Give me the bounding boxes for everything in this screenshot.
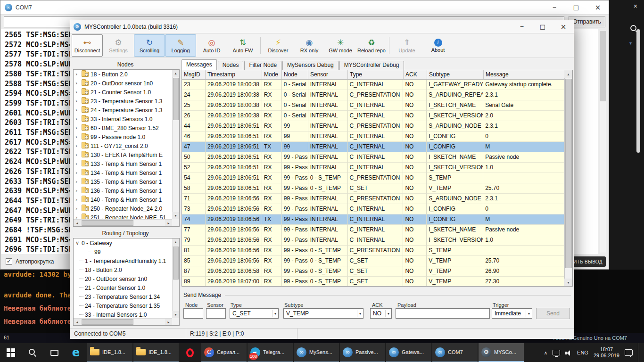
routing-horizontal-scrollbar[interactable] — [74, 318, 172, 325]
table-row[interactable]: 8129.06.2019 18:06:56RX99 - Passive0 - S… — [182, 246, 564, 256]
tray-expand-icon[interactable] — [544, 350, 547, 355]
scroll-down-icon[interactable] — [172, 212, 179, 219]
routing-tree-item[interactable]: 23 - Temperature Sensor 1.34 — [74, 292, 172, 301]
column-header-subtype[interactable]: Subtype — [427, 70, 484, 79]
routing-tree-item[interactable]: 99 — [74, 247, 172, 256]
tab-myscontroller-debug[interactable]: MYSController Debug — [339, 61, 404, 70]
table-row[interactable]: 4629.06.2019 18:06:51RX99INTERNALC_INTER… — [182, 132, 564, 142]
tab-nodes[interactable]: Nodes — [218, 61, 244, 70]
node-tree-item[interactable]: ›20 - OutDoor sensor 1n0 — [74, 79, 172, 88]
taskbar-app-button[interactable]: ∞Passive... — [340, 343, 385, 362]
column-header-message[interactable]: Message — [484, 70, 565, 79]
tab-messages[interactable]: Messages — [182, 59, 217, 70]
taskbar-opera-button[interactable] — [179, 343, 201, 362]
routing-tree-item[interactable]: 24 - Temperature Sensor 1.35 — [74, 301, 172, 310]
close-button[interactable] — [553, 20, 574, 33]
node-tree-item[interactable]: ›18 - Button 2.0 — [74, 70, 172, 79]
column-header-type[interactable]: Type — [348, 70, 404, 79]
scrollbar-thumb[interactable] — [636, 29, 640, 153]
routing-tree-item[interactable]: 20 - OutDoor sensor 1n0 — [74, 274, 172, 283]
node-tree-item[interactable]: ›24 - Temperature Sensor 1.3 — [74, 106, 172, 115]
scrollbar-thumb[interactable] — [173, 247, 179, 280]
tab-filter-node[interactable]: Filter Node — [244, 61, 281, 70]
taskbar-app-button[interactable]: ∞Gatewa... — [386, 343, 431, 362]
taskbar-app-button[interactable]: IDE_1.8... — [87, 343, 132, 362]
close-button[interactable] — [587, 0, 609, 15]
table-row[interactable]: 7329.06.2019 18:06:56RX99 - PassiveINTER… — [182, 204, 564, 214]
node-tree-item[interactable]: ›140 - Temp & Hum Sensor 1 — [74, 195, 172, 204]
routing-tree-item[interactable]: 1 - TemperatureAndHumidity 1.1 — [74, 256, 172, 265]
taskbar-app-button[interactable]: IDE_1.8... — [133, 343, 179, 362]
toolbar-button-logging[interactable]: ✎Logging — [165, 34, 196, 57]
taskbar-search-button[interactable] — [22, 343, 43, 362]
column-header-mode[interactable]: Mode — [262, 70, 282, 79]
taskbar-edge-button[interactable]: e — [65, 343, 87, 362]
table-row[interactable]: 5829.06.2019 18:06:51RX99 - Passive0 - S… — [182, 183, 564, 194]
action-center-icon[interactable] — [625, 349, 633, 356]
scrollbar-thumb[interactable] — [173, 78, 179, 120]
table-row[interactable]: 8729.06.2019 18:06:58RX99 - Passive0 - S… — [182, 266, 564, 277]
node-tree-item[interactable]: ›136 - Temp & Hum Sensor 1 — [74, 186, 172, 195]
scroll-left-icon[interactable] — [74, 319, 81, 326]
node-tree-item[interactable]: ›111 - GY712_const 2.0 — [74, 141, 172, 150]
minimize-button[interactable] — [544, 0, 565, 15]
scroll-right-icon[interactable] — [165, 220, 172, 227]
maximize-button[interactable] — [532, 20, 553, 33]
table-vertical-scrollbar[interactable] — [564, 70, 572, 286]
node-tree-item[interactable]: ›133 - Temp & Hum Sensor 1 — [74, 159, 172, 168]
trigger-select[interactable]: Immediate — [492, 308, 532, 319]
scroll-right-icon[interactable] — [165, 319, 172, 326]
serial-titlebar[interactable]: ∞ COM7 — [0, 0, 609, 15]
taskbar-app-button[interactable]: ССериал... — [201, 343, 247, 362]
scrollbar-thumb[interactable] — [565, 79, 572, 268]
scroll-up-icon[interactable] — [564, 70, 572, 78]
subtype-select[interactable]: V_TEMP — [283, 308, 363, 319]
toolbar-button-about[interactable]: iAbout — [422, 34, 454, 57]
table-row[interactable]: 2429.06.2019 18:00:38RX0 - Serial GINTER… — [182, 90, 564, 100]
table-row[interactable]: 7129.06.2019 18:06:56RX99 - PassiveINTER… — [182, 194, 564, 204]
toolbar-button-auto-id[interactable]: ◎Auto ID — [196, 34, 227, 57]
table-row[interactable]: 7429.06.2019 18:06:56TX99 - PassiveINTER… — [182, 214, 564, 225]
node-tree-item[interactable]: ›135 - Temp & Hum Sensor 1 — [74, 177, 172, 186]
nodes-horizontal-scrollbar[interactable] — [74, 219, 172, 226]
taskbar-app-button[interactable]: ⚙MYSCo... — [479, 343, 524, 362]
node-tree-item[interactable]: ›33 - Internal Sensors 1.0 — [74, 115, 172, 123]
table-row[interactable]: 2629.06.2019 18:00:38RX0 - Serial GINTER… — [182, 111, 564, 121]
autoscroll-checkbox[interactable] — [6, 258, 12, 265]
table-row[interactable]: 8529.06.2019 18:06:56RX99 - Passive0 - S… — [182, 256, 564, 266]
column-header-ack[interactable]: ACK — [404, 70, 427, 79]
send-button[interactable]: Send — [536, 308, 570, 319]
tab-mysensors-debug[interactable]: MySensors Debug — [282, 61, 339, 70]
toolbar-button-reload-repo[interactable]: ♻Reload repo — [356, 34, 387, 57]
nodes-vertical-scrollbar[interactable] — [172, 70, 179, 219]
show-desktop-button[interactable] — [638, 343, 640, 362]
scrollbar-thumb[interactable] — [82, 319, 133, 325]
serial-log-scrollbar[interactable] — [600, 30, 606, 253]
node-tree-item[interactable]: ›251 - Repeater Node NRF_51 — [74, 213, 172, 219]
toolbar-button-disconnect[interactable]: ⊷Disconnect — [72, 34, 103, 57]
scroll-down-icon[interactable] — [172, 311, 179, 318]
table-row[interactable]: 2329.06.2019 18:00:38RX0 - Serial GINTER… — [182, 80, 564, 90]
table-row[interactable]: 5429.06.2019 18:06:51RX99 - Passive0 - S… — [182, 173, 564, 183]
node-tree-item[interactable]: ›250 - Repeater Node_24 2.0 — [74, 204, 172, 213]
type-select[interactable]: C_SET — [230, 308, 279, 319]
chevron-down-icon[interactable] — [629, 41, 632, 46]
table-row[interactable]: 5029.06.2019 18:06:51RX99 - PassiveINTER… — [182, 152, 564, 163]
column-header-timestamp[interactable]: Timestamp — [206, 70, 262, 79]
node-tree-item[interactable]: ›60 - BME_280 Sensor 1.52 — [74, 123, 172, 132]
network-icon[interactable] — [553, 350, 560, 355]
toolbar-button-scrolling[interactable]: ↻Scrolling — [134, 34, 165, 57]
scroll-down-icon[interactable] — [564, 279, 572, 286]
node-input[interactable] — [183, 308, 203, 319]
table-row[interactable]: 2529.06.2019 18:00:38RX0 - Serial GINTER… — [182, 100, 564, 111]
table-row[interactable]: 4729.06.2019 18:06:51TX99INTERNALC_INTER… — [182, 142, 564, 152]
scroll-up-icon[interactable] — [172, 70, 179, 77]
taskbar-start-button[interactable] — [0, 343, 22, 362]
table-row[interactable]: 7929.06.2019 18:06:56RX99 - PassiveINTER… — [182, 235, 564, 246]
taskbar-taskview-button[interactable] — [43, 343, 65, 362]
column-header-sensor[interactable]: Sensor — [308, 70, 348, 79]
language-indicator[interactable]: ENG — [577, 350, 588, 355]
sensor-input[interactable] — [206, 308, 226, 319]
scrollbar-thumb[interactable] — [82, 220, 133, 226]
toolbar-button-auto-fw[interactable]: ⇅Auto FW — [227, 34, 258, 57]
